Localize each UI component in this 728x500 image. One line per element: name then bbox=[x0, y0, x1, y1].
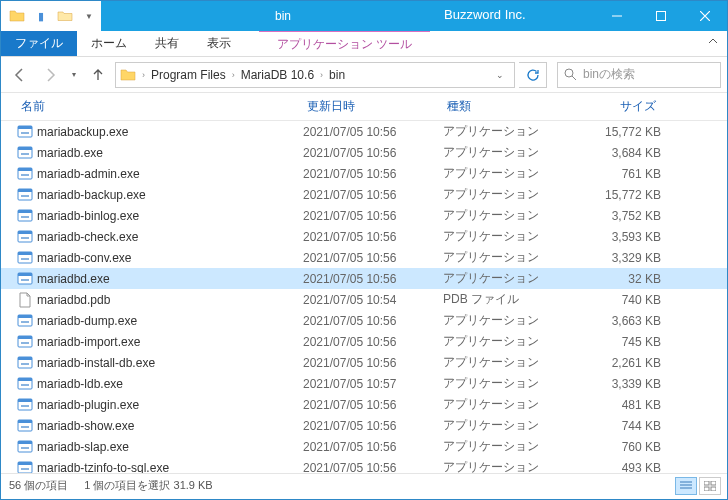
svg-rect-21 bbox=[18, 252, 32, 255]
ribbon-tab-home[interactable]: ホーム bbox=[77, 31, 141, 56]
file-type: アプリケーション bbox=[443, 438, 571, 455]
file-date: 2021/07/05 10:56 bbox=[303, 335, 443, 349]
file-row[interactable]: mariadb-check.exe2021/07/05 10:56アプリケーショ… bbox=[1, 226, 727, 247]
refresh-button[interactable] bbox=[519, 62, 547, 88]
file-row[interactable]: mariadb-plugin.exe2021/07/05 10:56アプリケーシ… bbox=[1, 394, 727, 415]
svg-rect-34 bbox=[21, 363, 29, 365]
file-date: 2021/07/05 10:56 bbox=[303, 230, 443, 244]
file-row[interactable]: mariadb.exe2021/07/05 10:56アプリケーション3,684… bbox=[1, 142, 727, 163]
exe-icon bbox=[17, 187, 33, 203]
svg-rect-9 bbox=[18, 168, 32, 171]
column-header-date[interactable]: 更新日時 bbox=[303, 93, 443, 120]
column-header-name[interactable]: 名前 bbox=[17, 93, 303, 120]
file-size: 3,593 KB bbox=[571, 230, 661, 244]
file-name: mariadb-show.exe bbox=[37, 419, 134, 433]
file-row[interactable]: mariadbd.pdb2021/07/05 10:54PDB ファイル740 … bbox=[1, 289, 727, 310]
folder-icon bbox=[120, 67, 136, 83]
breadcrumb-segment[interactable]: Program Files bbox=[151, 68, 226, 82]
svg-rect-4 bbox=[21, 132, 29, 134]
maximize-button[interactable] bbox=[639, 1, 683, 31]
column-header-size[interactable]: サイズ bbox=[571, 93, 661, 120]
ribbon-tab-file[interactable]: ファイル bbox=[1, 31, 77, 56]
file-name: mariadb-dump.exe bbox=[37, 314, 137, 328]
qat-properties-icon[interactable]: ▮ bbox=[29, 4, 53, 28]
file-row[interactable]: mariadb-install-db.exe2021/07/05 10:56アプ… bbox=[1, 352, 727, 373]
column-header-type[interactable]: 種類 bbox=[443, 93, 571, 120]
exe-icon bbox=[17, 418, 33, 434]
nav-forward-button[interactable] bbox=[37, 62, 63, 88]
file-row[interactable]: mariadb-tzinfo-to-sql.exe2021/07/05 10:5… bbox=[1, 457, 727, 473]
file-row[interactable]: mariadb-admin.exe2021/07/05 10:56アプリケーショ… bbox=[1, 163, 727, 184]
breadcrumb-segment[interactable]: bin bbox=[329, 68, 345, 82]
svg-rect-51 bbox=[711, 481, 716, 485]
status-selection: 1 個の項目を選択 31.9 KB bbox=[84, 478, 212, 493]
search-input[interactable]: binの検索 bbox=[557, 62, 721, 88]
exe-icon bbox=[17, 397, 33, 413]
exe-icon bbox=[17, 250, 33, 266]
chevron-right-icon[interactable]: › bbox=[228, 70, 239, 80]
chevron-right-icon[interactable]: › bbox=[316, 70, 327, 80]
svg-rect-0 bbox=[657, 12, 666, 21]
exe-icon bbox=[17, 271, 33, 287]
ribbon-collapse-icon[interactable] bbox=[707, 35, 719, 47]
column-headers: 名前 更新日時 種類 サイズ bbox=[1, 93, 727, 121]
file-date: 2021/07/05 10:56 bbox=[303, 398, 443, 412]
file-type: アプリケーション bbox=[443, 228, 571, 245]
file-name: mariadb-tzinfo-to-sql.exe bbox=[37, 461, 169, 474]
file-name: mariadb-check.exe bbox=[37, 230, 138, 244]
file-row[interactable]: mariadbd.exe2021/07/05 10:56アプリケーション32 K… bbox=[1, 268, 727, 289]
exe-icon bbox=[17, 439, 33, 455]
close-button[interactable] bbox=[683, 1, 727, 31]
breadcrumb[interactable]: › Program Files › MariaDB 10.6 › bin ⌄ bbox=[115, 62, 515, 88]
file-name: mariadb-binlog.exe bbox=[37, 209, 139, 223]
file-date: 2021/07/05 10:56 bbox=[303, 272, 443, 286]
file-size: 3,339 KB bbox=[571, 377, 661, 391]
file-row[interactable]: mariadb-ldb.exe2021/07/05 10:57アプリケーション3… bbox=[1, 373, 727, 394]
file-row[interactable]: mariadb-binlog.exe2021/07/05 10:56アプリケーシ… bbox=[1, 205, 727, 226]
file-name: mariadb-slap.exe bbox=[37, 440, 129, 454]
file-size: 761 KB bbox=[571, 167, 661, 181]
minimize-button[interactable] bbox=[595, 1, 639, 31]
file-name: mariadb-backup.exe bbox=[37, 188, 146, 202]
svg-rect-46 bbox=[21, 447, 29, 449]
file-row[interactable]: mariadb-dump.exe2021/07/05 10:56アプリケーション… bbox=[1, 310, 727, 331]
svg-rect-39 bbox=[18, 399, 32, 402]
nav-recent-dropdown[interactable]: ▾ bbox=[67, 62, 81, 88]
ribbon-tab-app-tools[interactable]: アプリケーション ツール bbox=[259, 31, 430, 56]
svg-rect-22 bbox=[21, 258, 29, 260]
svg-rect-3 bbox=[18, 126, 32, 129]
view-details-button[interactable] bbox=[675, 477, 697, 495]
file-list[interactable]: mariabackup.exe2021/07/05 10:56アプリケーション1… bbox=[1, 121, 727, 473]
ribbon-tab-share[interactable]: 共有 bbox=[141, 31, 193, 56]
file-size: 481 KB bbox=[571, 398, 661, 412]
file-row[interactable]: mariabackup.exe2021/07/05 10:56アプリケーション1… bbox=[1, 121, 727, 142]
breadcrumb-segment[interactable]: MariaDB 10.6 bbox=[241, 68, 314, 82]
svg-rect-49 bbox=[21, 468, 29, 470]
exe-icon bbox=[17, 376, 33, 392]
qat-dropdown-icon[interactable]: ▼ bbox=[77, 4, 101, 28]
nav-up-button[interactable] bbox=[85, 62, 111, 88]
status-bar: 56 個の項目 1 個の項目を選択 31.9 KB bbox=[1, 473, 727, 497]
navigation-bar: ▾ › Program Files › MariaDB 10.6 › bin ⌄… bbox=[1, 57, 727, 93]
nav-back-button[interactable] bbox=[7, 62, 33, 88]
file-size: 493 KB bbox=[571, 461, 661, 474]
exe-icon bbox=[17, 208, 33, 224]
file-date: 2021/07/05 10:54 bbox=[303, 293, 443, 307]
view-thumbnails-button[interactable] bbox=[699, 477, 721, 495]
file-row[interactable]: mariadb-slap.exe2021/07/05 10:56アプリケーション… bbox=[1, 436, 727, 457]
file-name: mariadb-install-db.exe bbox=[37, 356, 155, 370]
file-row[interactable]: mariadb-import.exe2021/07/05 10:56アプリケーシ… bbox=[1, 331, 727, 352]
file-type: アプリケーション bbox=[443, 186, 571, 203]
chevron-right-icon[interactable]: › bbox=[138, 70, 149, 80]
breadcrumb-dropdown-icon[interactable]: ⌄ bbox=[490, 70, 510, 80]
file-row[interactable]: mariadb-conv.exe2021/07/05 10:56アプリケーション… bbox=[1, 247, 727, 268]
ribbon-tab-view[interactable]: 表示 bbox=[193, 31, 245, 56]
folder-app-icon bbox=[5, 4, 29, 28]
file-date: 2021/07/05 10:56 bbox=[303, 251, 443, 265]
svg-rect-43 bbox=[21, 426, 29, 428]
svg-rect-24 bbox=[18, 273, 32, 276]
svg-rect-27 bbox=[18, 315, 32, 318]
qat-new-folder-icon[interactable] bbox=[53, 4, 77, 28]
file-row[interactable]: mariadb-backup.exe2021/07/05 10:56アプリケーシ… bbox=[1, 184, 727, 205]
file-row[interactable]: mariadb-show.exe2021/07/05 10:56アプリケーション… bbox=[1, 415, 727, 436]
